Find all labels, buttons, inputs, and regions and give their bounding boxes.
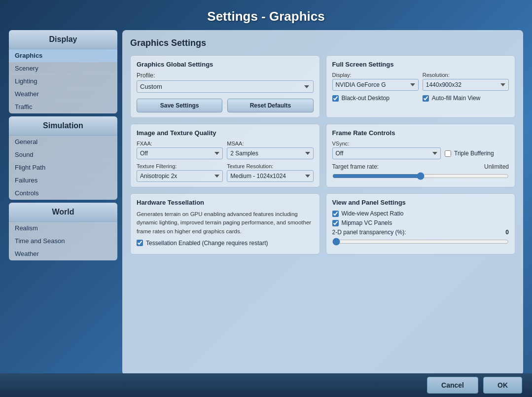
fxaa-label: FXAA: [137,141,223,146]
tessellation-legend: Hardware Tessellation [137,199,314,206]
fxaa-select[interactable]: Off Low Medium High [137,147,223,159]
page-title: Settings - Graphics [0,0,532,30]
sidebar-section-world: World Realism Time and Season Weather [9,203,117,260]
sidebar-header-world: World [9,203,117,222]
triple-buffering-row: Triple Buffering [445,150,509,157]
frame-rate-controls-group: Frame Rate Controls VSync: Off On Triple… [326,124,516,187]
mipmap-row: Mipmap VC Panels [332,219,509,226]
sidebar-item-controls[interactable]: Controls [9,187,117,200]
sidebar-item-timeseason[interactable]: Time and Season [9,235,117,248]
blackout-desktop-label: Black-out Desktop [342,95,390,102]
cancel-button[interactable]: Cancel [427,377,478,394]
tessellation-enabled-row: Tessellation Enabled (Change requires re… [137,240,314,247]
texture-resolution-label: Texture Resolution: [227,163,313,169]
sidebar-item-flightpath[interactable]: Flight Path [9,161,117,174]
transparency-value: 0 [505,229,509,236]
display-select[interactable]: NVIDIA GeForce G [332,79,419,91]
sidebar: Display Graphics Scenery Lighting Weathe… [9,30,117,375]
fullscreen-settings-group: Full Screen Settings Display: NVIDIA GeF… [326,55,516,118]
view-panel-legend: View and Panel Settings [332,199,509,206]
sidebar-item-failures[interactable]: Failures [9,174,117,187]
triple-buffering-checkbox[interactable] [445,150,451,157]
view-panel-settings-group: View and Panel Settings Wide-view Aspect… [326,193,516,254]
target-frame-rate-value: Unlimited [484,163,509,170]
profile-select[interactable]: Custom Low Medium High Ultra [137,80,314,93]
texture-filtering-label: Texture Filtering: [137,163,223,169]
sidebar-item-traffic[interactable]: Traffic [9,101,117,113]
msaa-select[interactable]: Off 2 Samples 4 Samples 8 Samples [227,147,313,159]
mipmap-label: Mipmap VC Panels [342,219,392,226]
ok-button[interactable]: OK [483,377,522,394]
content-panel: Graphics Settings Graphics Global Settin… [122,30,523,375]
hardware-tessellation-group: Hardware Tessellation Generates terrain … [130,193,320,254]
mipmap-checkbox[interactable] [332,220,339,226]
reset-defaults-button[interactable]: Reset Defaults [227,99,313,112]
save-settings-button[interactable]: Save Settings [137,99,222,112]
sidebar-section-display: Display Graphics Scenery Lighting Weathe… [9,30,117,113]
graphics-global-settings-group: Graphics Global Settings Profile: Custom… [130,55,320,118]
resolution-select[interactable]: 1440x900x32 1920x1080x32 2560x1440x32 [423,79,509,91]
wideview-checkbox[interactable] [332,211,339,217]
sidebar-header-display: Display [9,30,117,49]
tessellation-enabled-label: Tessellation Enabled (Change requires re… [146,240,268,247]
sidebar-item-graphics[interactable]: Graphics [9,49,117,62]
texture-resolution-select[interactable]: Low - 512x512 Medium - 1024x1024 High - … [227,170,313,182]
sidebar-header-simulation: Simulation [9,116,117,136]
wideview-label: Wide-view Aspect Ratio [342,210,404,217]
texture-filtering-select[interactable]: Bilinear Trilinear Anisotropic 2x Anisot… [137,170,223,182]
transparency-label: 2-D panel transparency (%): [332,229,406,236]
sidebar-item-scenery[interactable]: Scenery [9,62,117,75]
autofill-mainview-checkbox[interactable] [423,95,429,102]
sidebar-item-weather-world[interactable]: Weather [9,248,117,260]
image-texture-legend: Image and Texture Quality [137,129,314,137]
frame-rate-legend: Frame Rate Controls [332,129,509,137]
sidebar-item-realism[interactable]: Realism [9,222,117,235]
sidebar-item-weather-display[interactable]: Weather [9,88,117,101]
bottom-bar: Cancel OK [0,373,532,397]
blackout-desktop-checkbox[interactable] [332,95,339,102]
image-texture-quality-group: Image and Texture Quality FXAA: Off Low … [130,124,320,187]
msaa-label: MSAA: [227,141,313,146]
global-settings-legend: Graphics Global Settings [137,61,314,68]
autofill-mainview-label: Auto-fill Main View [432,95,480,102]
tessellation-description: Generates terrain on GPU enabling advanc… [137,210,314,236]
transparency-row: 2-D panel transparency (%): 0 [332,229,509,236]
sidebar-item-general[interactable]: General [9,136,117,148]
target-frame-rate-row: Target frame rate: Unlimited [332,163,509,170]
wideview-row: Wide-view Aspect Ratio [332,210,509,217]
vsync-select[interactable]: Off On [332,147,441,159]
resolution-label: Resolution: [423,72,509,78]
triple-buffering-label: Triple Buffering [454,150,494,157]
sidebar-item-lighting[interactable]: Lighting [9,75,117,88]
transparency-slider[interactable] [332,238,509,246]
autofill-mainview-row: Auto-fill Main View [423,95,509,102]
fullscreen-legend: Full Screen Settings [332,61,509,68]
vsync-label: VSync: [332,141,509,146]
sidebar-section-simulation: Simulation General Sound Flight Path Fai… [9,116,117,200]
display-label: Display: [332,72,419,78]
blackout-desktop-row: Black-out Desktop [332,95,419,102]
frame-rate-slider[interactable] [332,172,509,180]
sidebar-item-sound[interactable]: Sound [9,148,117,161]
target-frame-rate-label: Target frame rate: [332,163,379,170]
profile-label: Profile: [137,72,314,79]
tessellation-enabled-checkbox[interactable] [137,240,143,246]
content-title: Graphics Settings [130,38,515,48]
